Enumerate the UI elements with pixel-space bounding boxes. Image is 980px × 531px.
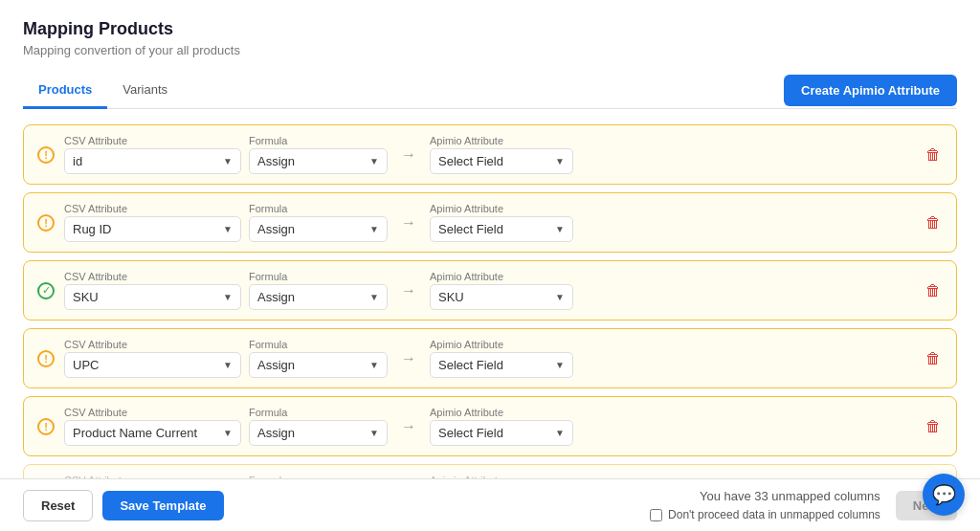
apimio-label: Apimio Attribute [430,407,573,418]
apimio-select[interactable]: Select Field ▼ [430,352,573,378]
csv-select[interactable]: UPC ▼ [64,352,241,378]
apimio-field-group: Apimio Attribute Select Field ▼ [430,203,573,242]
mapping-row: ✓ CSV Attribute SKU ▼ Formula Assign ▼ →… [23,260,957,321]
formula-select[interactable]: Assign ▼ [249,420,388,446]
formula-caret-icon: ▼ [369,224,379,234]
formula-select[interactable]: Assign ▼ [249,284,388,310]
formula-select[interactable]: Assign ▼ [249,352,388,378]
row-icon-warning: ! [35,212,56,233]
arrow-icon: → [395,214,422,232]
save-template-button[interactable]: Save Template [102,491,223,520]
page-title: Mapping Products [23,19,957,39]
formula-label: Formula [249,203,388,214]
formula-caret-icon: ▼ [369,428,379,438]
delete-button[interactable]: 🗑 [922,414,945,439]
formula-value: Assign [257,222,366,236]
tab-products[interactable]: Products [23,73,107,109]
csv-select[interactable]: Rug ID ▼ [64,216,241,242]
row-icon-warning: ! [35,144,56,166]
csv-caret-icon: ▼ [223,156,233,166]
unmapped-text: You have 33 unmapped columns [700,489,880,503]
formula-field-group: Formula Assign ▼ [249,271,388,310]
apimio-select[interactable]: Select Field ▼ [430,420,573,446]
mapping-rows: ! CSV Attribute id ▼ Formula Assign ▼ → … [23,124,957,488]
formula-select[interactable]: Assign ▼ [249,216,388,242]
apimio-caret-icon: ▼ [555,292,565,302]
csv-caret-icon: ▼ [223,428,233,438]
apimio-label: Apimio Attribute [430,203,573,214]
row-icon-warning: ! [35,348,56,369]
formula-label: Formula [249,407,388,418]
bottom-bar: Reset Save Template You have 33 unmapped… [0,478,980,531]
csv-caret-icon: ▼ [223,292,233,302]
create-apimio-attribute-button[interactable]: Create Apimio Attribute [784,75,957,106]
csv-field-group: CSV Attribute Product Name Current ▼ [64,407,241,446]
apimio-select[interactable]: Select Field ▼ [430,216,573,242]
csv-field-group: CSV Attribute UPC ▼ [64,339,241,378]
tab-variants[interactable]: Variants [107,73,183,109]
formula-value: Assign [257,154,366,168]
csv-select[interactable]: Product Name Current ▼ [64,420,241,446]
csv-value: Rug ID [73,222,219,236]
apimio-label: Apimio Attribute [430,135,573,146]
warning-icon: ! [37,418,55,435]
csv-select[interactable]: SKU ▼ [64,284,241,310]
chat-button[interactable]: 💬 [923,474,965,516]
tabs-header: Products Variants Create Apimio Attribut… [23,73,957,109]
apimio-value: Select Field [438,358,551,372]
csv-field-group: CSV Attribute Rug ID ▼ [64,203,241,242]
apimio-value: Select Field [438,222,551,236]
delete-button[interactable]: 🗑 [922,210,945,235]
apimio-select[interactable]: SKU ▼ [430,284,573,310]
mapping-row: ! CSV Attribute Product Name Current ▼ F… [23,396,957,456]
csv-caret-icon: ▼ [223,224,233,234]
csv-label: CSV Attribute [64,407,241,418]
apimio-select[interactable]: Select Field ▼ [430,148,573,174]
csv-label: CSV Attribute [64,271,241,282]
formula-field-group: Formula Assign ▼ [249,407,388,446]
apimio-field-group: Apimio Attribute Select Field ▼ [430,339,573,378]
delete-button[interactable]: 🗑 [922,143,945,167]
arrow-icon: → [395,350,422,367]
apimio-value: Select Field [438,154,551,168]
formula-label: Formula [249,135,388,146]
delete-button[interactable]: 🗑 [922,346,945,371]
apimio-value: SKU [438,290,551,304]
apimio-caret-icon: ▼ [555,428,565,438]
formula-caret-icon: ▼ [369,156,379,166]
dont-proceed-row: Don't proceed data in unmapped columns [650,508,880,521]
csv-label: CSV Attribute [64,135,241,146]
page-subtitle: Mapping convertion of your all products [23,43,957,57]
apimio-field-group: Apimio Attribute Select Field ▼ [430,135,573,174]
apimio-label: Apimio Attribute [430,271,573,282]
apimio-field-group: Apimio Attribute Select Field ▼ [430,407,573,446]
formula-field-group: Formula Assign ▼ [249,203,388,242]
formula-select[interactable]: Assign ▼ [249,148,388,174]
csv-value: SKU [73,290,219,304]
apimio-value: Select Field [438,426,551,440]
apimio-caret-icon: ▼ [555,360,565,370]
warning-icon: ! [37,214,55,232]
row-icon-success: ✓ [35,280,56,301]
mapping-row: ! CSV Attribute Rug ID ▼ Formula Assign … [23,192,957,253]
success-icon: ✓ [37,282,55,299]
formula-label: Formula [249,339,388,350]
csv-label: CSV Attribute [64,339,241,350]
csv-field-group: CSV Attribute id ▼ [64,135,241,174]
apimio-caret-icon: ▼ [555,156,565,166]
csv-value: id [73,154,219,168]
formula-field-group: Formula Assign ▼ [249,135,388,174]
csv-value: UPC [73,358,219,372]
reset-button[interactable]: Reset [23,490,93,521]
csv-value: Product Name Current [73,426,219,440]
warning-icon: ! [37,350,55,367]
dont-proceed-label: Don't proceed data in unmapped columns [668,508,880,521]
delete-button[interactable]: 🗑 [922,278,945,303]
csv-select[interactable]: id ▼ [64,148,241,174]
dont-proceed-checkbox[interactable] [650,509,662,521]
bottom-right-inner: You have 33 unmapped columns Don't proce… [650,489,957,521]
csv-caret-icon: ▼ [223,360,233,370]
formula-value: Assign [257,290,366,304]
mapping-row: ! CSV Attribute id ▼ Formula Assign ▼ → … [23,124,957,185]
apimio-caret-icon: ▼ [555,224,565,234]
